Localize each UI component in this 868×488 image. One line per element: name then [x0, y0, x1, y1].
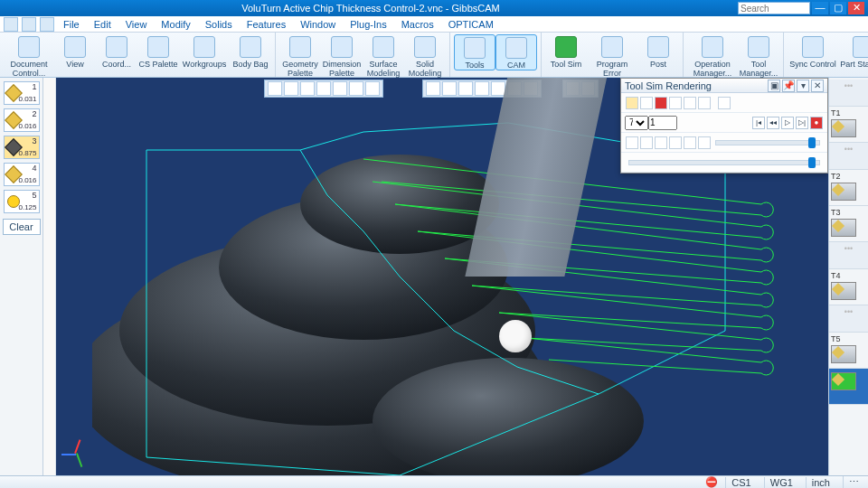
tool-tile[interactable]: 10.031: [4, 81, 40, 105]
body-bag-button[interactable]: Body Bag: [230, 34, 271, 69]
progress-slider[interactable]: [628, 160, 820, 165]
track-slot[interactable]: •••: [829, 80, 868, 107]
panel-menu-icon[interactable]: ▾: [797, 80, 809, 92]
post-button[interactable]: Post: [637, 34, 679, 69]
menu-modify[interactable]: Modify: [154, 19, 197, 30]
solid-modeling-button[interactable]: Solid Modeling: [404, 34, 446, 78]
panel-close-icon[interactable]: ✕: [811, 80, 824, 92]
menu-file[interactable]: File: [56, 19, 87, 30]
document-control-button[interactable]: Document Control...: [4, 34, 54, 78]
qa-new-icon[interactable]: [4, 17, 18, 32]
menu-macros[interactable]: Macros: [394, 19, 441, 30]
menu-edit[interactable]: Edit: [87, 19, 118, 30]
sim-opt-icon[interactable]: [698, 97, 711, 109]
view-button[interactable]: View: [54, 34, 96, 69]
minimize-button[interactable]: —: [812, 2, 828, 14]
menu-plugins[interactable]: Plug-Ins: [343, 19, 393, 30]
cs-palette-button[interactable]: CS Palette: [137, 34, 179, 69]
coord-button[interactable]: Coord...: [96, 34, 137, 69]
track-item[interactable]: T2: [829, 170, 868, 206]
track-slot[interactable]: •••: [829, 242, 868, 269]
track-slot[interactable]: •••: [829, 305, 868, 333]
tool-tile[interactable]: 50.125: [4, 190, 40, 213]
track-item[interactable]: T5: [829, 333, 868, 369]
skip-back-icon[interactable]: |◂: [752, 117, 765, 129]
vt-icon[interactable]: [426, 81, 440, 96]
sim-opt-icon[interactable]: [684, 97, 696, 109]
sim-opt-icon[interactable]: [669, 97, 682, 109]
tool-sim-button[interactable]: Tool Sim: [545, 34, 587, 69]
status-wg[interactable]: WG1: [764, 477, 798, 488]
opacity-slider[interactable]: [715, 140, 820, 145]
vt-icon[interactable]: [475, 81, 489, 96]
play-icon[interactable]: ▷: [781, 117, 794, 129]
vt-icon[interactable]: [365, 81, 380, 96]
vt-icon[interactable]: [442, 81, 457, 96]
menu-window[interactable]: Window: [293, 19, 343, 30]
operation-manager-button[interactable]: Operation Manager...: [687, 34, 738, 78]
maximize-button[interactable]: ▢: [830, 2, 846, 14]
operation-tracks: ••• T1 ••• T2 T3 ••• T4 ••• T5: [828, 78, 868, 475]
sim-opt-icon[interactable]: [640, 97, 653, 109]
shade-opt-icon[interactable]: [684, 136, 696, 149]
vt-icon[interactable]: [316, 81, 331, 96]
menu-bar: File Edit View Modify Solids Features Wi…: [0, 16, 868, 33]
vt-icon[interactable]: [458, 81, 473, 96]
panel-pin-icon[interactable]: 📌: [782, 80, 795, 92]
track-slot[interactable]: •••: [829, 143, 868, 170]
cam-button[interactable]: CAM: [495, 34, 537, 70]
track-item[interactable]: T4: [829, 269, 868, 305]
shade-opt-icon[interactable]: [626, 136, 638, 149]
sync-control-button[interactable]: Sync Control: [788, 34, 838, 69]
search-input[interactable]: [738, 2, 810, 14]
part-stations-button[interactable]: Part Stations: [838, 34, 868, 69]
sim-scale-input[interactable]: [648, 116, 677, 130]
tools-button[interactable]: Tools: [454, 34, 495, 70]
menu-solids[interactable]: Solids: [198, 19, 240, 30]
clear-button[interactable]: Clear: [3, 219, 41, 235]
workgroups-button[interactable]: Workgroups: [179, 34, 230, 69]
tool-tile[interactable]: 40.016: [4, 163, 40, 186]
status-more-icon[interactable]: ⋯: [843, 476, 864, 488]
step-back-icon[interactable]: ◂◂: [767, 117, 779, 129]
panel-dock-icon[interactable]: ▣: [768, 80, 780, 92]
sim-opt-icon[interactable]: [626, 97, 638, 109]
vt-icon[interactable]: [333, 81, 347, 96]
viewport-3d[interactable]: Tool Sim Rendering ▣ 📌 ▾ ✕ 7: [56, 78, 828, 475]
menu-features[interactable]: Features: [240, 19, 293, 30]
surface-modeling-button[interactable]: Surface Modeling: [363, 34, 404, 78]
vt-icon[interactable]: [300, 81, 315, 96]
shade-opt-icon[interactable]: [669, 136, 682, 149]
close-button[interactable]: ✕: [848, 2, 864, 14]
sim-opt-icon[interactable]: [655, 97, 667, 109]
track-item[interactable]: T1: [829, 107, 868, 143]
shade-opt-icon[interactable]: [655, 136, 667, 149]
qa-open-icon[interactable]: [22, 17, 36, 32]
status-stop-icon[interactable]: ⛔: [705, 476, 718, 488]
status-unit[interactable]: inch: [806, 477, 835, 488]
view-toolbar-1: [264, 80, 383, 98]
status-bar: ⛔ CS1 WG1 inch ⋯: [0, 475, 868, 488]
record-icon[interactable]: ●: [810, 117, 823, 129]
menu-opticam[interactable]: OPTICAM: [441, 19, 501, 30]
vt-icon[interactable]: [284, 81, 298, 96]
qa-save-icon[interactable]: [40, 17, 54, 32]
shade-opt-icon[interactable]: [698, 136, 711, 149]
track-item-active[interactable]: [829, 369, 868, 405]
shade-opt-icon[interactable]: [640, 136, 653, 149]
vt-icon[interactable]: [268, 81, 282, 96]
tool-manager-button[interactable]: Tool Manager...: [738, 34, 779, 78]
tool-tile[interactable]: 30.875: [4, 136, 40, 159]
step-fwd-icon[interactable]: ▷|: [796, 117, 808, 129]
menu-view[interactable]: View: [118, 19, 155, 30]
ribbon: Document Control... View Coord... CS Pal…: [0, 33, 868, 78]
sim-opt-icon[interactable]: [718, 97, 731, 109]
tool-sim-title: Tool Sim Rendering: [625, 80, 712, 91]
vt-icon[interactable]: [349, 81, 363, 96]
geometry-palette-button[interactable]: Geometry Palette: [279, 34, 321, 78]
sim-speed-select[interactable]: 7: [625, 116, 648, 130]
status-cs[interactable]: CS1: [725, 477, 756, 488]
tool-tile[interactable]: 20.016: [4, 108, 40, 132]
track-item[interactable]: T3: [829, 206, 868, 242]
dimension-palette-button[interactable]: Dimension Palette: [321, 34, 363, 78]
